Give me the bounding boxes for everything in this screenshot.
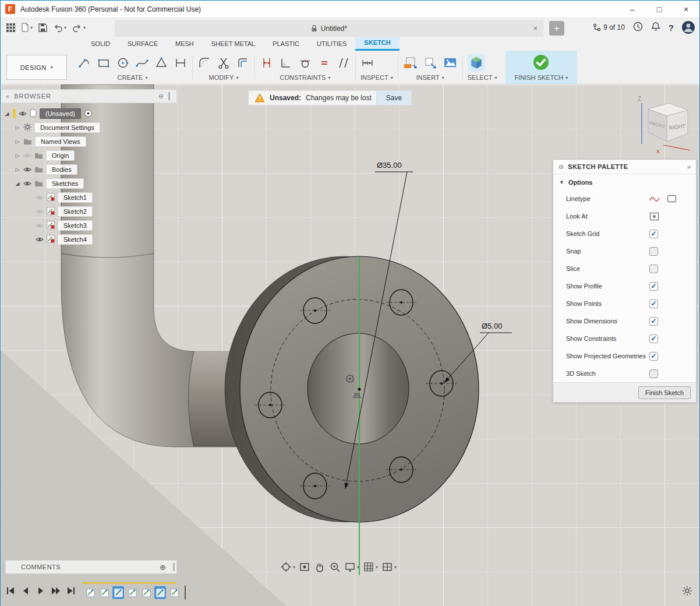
tab-surface[interactable]: SURFACE [119, 37, 167, 51]
tree-item-label[interactable]: Bodies [46, 164, 77, 175]
show-points-checkbox[interactable]: ✓ [649, 300, 658, 308]
look-at-button[interactable] [299, 561, 310, 573]
show-constraints-checkbox[interactable]: ✓ [649, 334, 658, 343]
show-profile-checkbox[interactable]: ✓ [649, 282, 658, 291]
parallel-constraint-icon[interactable] [337, 56, 351, 70]
options-section-header[interactable]: ▼ Options [553, 174, 696, 190]
step-back-button[interactable] [19, 584, 32, 597]
eye-off-icon[interactable] [36, 194, 44, 201]
pan-button[interactable] [314, 561, 326, 573]
finish-sketch-button[interactable]: FINISH SKETCH▾ [505, 51, 578, 84]
eye-icon[interactable] [23, 180, 31, 187]
show-dimensions-checkbox[interactable]: ✓ [649, 317, 658, 326]
design-workspace-selector[interactable]: DESIGN ▾ [6, 55, 67, 80]
display-settings-button[interactable]: ▾ [344, 561, 359, 573]
timeline-settings-gear-icon[interactable] [682, 586, 692, 598]
sketch-dimension-icon[interactable] [260, 56, 274, 70]
tree-item-named-views[interactable]: ▷ Named Views [1, 135, 177, 149]
user-avatar[interactable] [682, 21, 695, 34]
select-group-label[interactable]: SELECT [468, 74, 493, 81]
eye-off-icon[interactable] [23, 152, 31, 159]
measure-tool-icon[interactable] [360, 56, 374, 70]
model-canvas[interactable]: Ø35.00 Ø5.00 Unsaved: Changes may be los… [1, 84, 699, 606]
timeline-feature-sketch[interactable] [140, 586, 152, 599]
focus-target-icon[interactable] [84, 109, 93, 119]
skip-to-end-button[interactable] [65, 584, 77, 597]
insert-canvas-icon[interactable] [443, 56, 458, 70]
eye-off-icon[interactable] [36, 222, 44, 229]
tab-solid[interactable]: SOLID [82, 37, 119, 51]
offset-tool-icon[interactable] [236, 56, 250, 70]
tree-item-sketch3[interactable]: Sketch3 [1, 219, 177, 232]
browser-scrollbar[interactable] [168, 92, 170, 100]
line-tool-icon[interactable] [77, 56, 91, 70]
3d-sketch-checkbox[interactable] [649, 369, 658, 378]
sketch-item-label[interactable]: Sketch2 [58, 206, 93, 217]
expander-icon[interactable]: ▷ [15, 125, 20, 131]
modify-group-label[interactable]: MODIFY [209, 74, 234, 81]
palette-header[interactable]: ⊖ SKETCH PALETTE » [553, 160, 696, 174]
create-group-label[interactable]: CREATE [118, 74, 143, 81]
file-menu-button[interactable]: ▾ [21, 23, 33, 32]
equal-constraint-icon[interactable] [317, 56, 331, 70]
trim-scissors-icon[interactable] [217, 56, 231, 70]
timeline-feature-sketch[interactable] [84, 586, 96, 599]
tree-root-row[interactable]: ◢ (Unsaved) [1, 107, 177, 121]
tree-item-label[interactable]: Document Settings [34, 122, 100, 133]
eye-off-icon[interactable] [36, 208, 44, 215]
tab-mesh[interactable]: MESH [167, 37, 203, 51]
select-tool-chip[interactable] [468, 54, 485, 72]
tree-item-origin[interactable]: ▷ Origin [1, 149, 177, 163]
grid-snaps-button[interactable]: ▾ [363, 561, 378, 573]
sketch-item-label[interactable]: Sketch1 [58, 192, 93, 203]
tree-item-sketch1[interactable]: Sketch1 [1, 191, 177, 205]
tab-sketch[interactable]: SKETCH [355, 37, 399, 51]
timeline-feature-selected[interactable] [154, 586, 166, 599]
timeline-feature-sketch[interactable] [98, 586, 110, 599]
play-button[interactable] [34, 584, 47, 597]
tree-item-label[interactable]: Sketches [46, 178, 84, 189]
sketch-item-label[interactable]: Sketch3 [58, 220, 93, 231]
eye-icon[interactable] [23, 166, 31, 173]
step-forward-button[interactable] [50, 584, 62, 597]
save-button[interactable] [38, 23, 47, 32]
comments-bar[interactable]: COMMENTS ⊕ [5, 560, 177, 574]
slice-checkbox[interactable] [649, 265, 658, 273]
tangent-constraint-icon[interactable] [298, 56, 312, 70]
constraints-group-label[interactable]: CONSTRAINTS [280, 74, 326, 81]
timeline-position-marker[interactable] [185, 586, 186, 600]
insert-svg-icon[interactable] [403, 56, 418, 70]
job-status-icon[interactable] [633, 22, 643, 34]
eye-icon[interactable] [19, 110, 27, 117]
inspect-group-label[interactable]: INSPECT [360, 74, 388, 81]
expander-icon[interactable]: ◢ [4, 111, 10, 117]
maximize-button[interactable]: □ [646, 1, 673, 18]
tree-item-label[interactable]: Named Views [35, 136, 86, 147]
undo-button[interactable]: ▾ [53, 23, 66, 32]
zoom-button[interactable] [329, 561, 341, 573]
show-projected-checkbox[interactable]: ✓ [649, 352, 658, 361]
skip-to-start-button[interactable] [4, 584, 17, 597]
close-button[interactable]: × [673, 1, 699, 18]
comments-scrollbar[interactable] [173, 563, 175, 571]
redo-button[interactable]: ▾ [72, 23, 86, 32]
sketch-item-label[interactable]: Sketch4 [58, 234, 93, 245]
perpendicular-constraint-icon[interactable] [279, 56, 293, 70]
root-document-label[interactable]: (Unsaved) [40, 108, 81, 119]
circle-tool-icon[interactable] [116, 56, 130, 70]
tree-item-sketch2[interactable]: Sketch2 [1, 205, 177, 219]
version-indicator[interactable]: 9 of 10 [593, 23, 625, 31]
tree-item-label[interactable]: Origin [46, 150, 75, 161]
view-cube[interactable]: Z FRONT RIGHT X [634, 93, 695, 157]
add-comment-icon[interactable]: ⊕ [160, 563, 173, 572]
rectangle-tool-icon[interactable] [97, 56, 111, 70]
insert-decal-icon[interactable] [423, 56, 437, 70]
snap-checkbox[interactable] [649, 247, 658, 256]
app-grid-icon[interactable] [6, 23, 15, 32]
expander-icon[interactable]: ◢ [15, 181, 20, 186]
insert-group-label[interactable]: INSERT [416, 74, 440, 81]
help-icon[interactable]: ? [669, 23, 674, 33]
viewports-button[interactable]: ▾ [381, 561, 397, 573]
notifications-bell-icon[interactable] [651, 22, 660, 34]
construction-line-icon[interactable] [649, 195, 660, 203]
